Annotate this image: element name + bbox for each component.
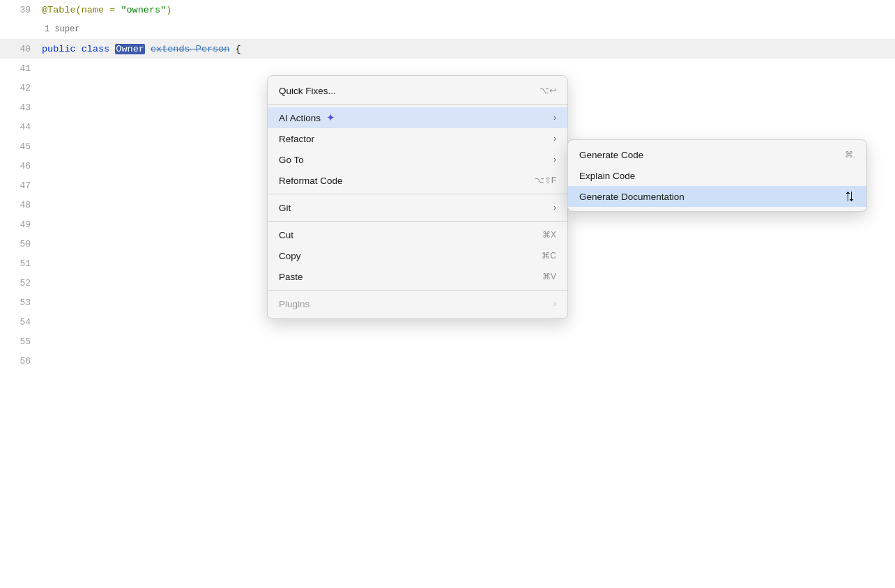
line-content-40: public class Owner extends Person { — [42, 44, 241, 54]
menu-item-git[interactable]: Git › — [268, 197, 567, 218]
line-content-39: @Table(name = "owners") — [42, 5, 171, 15]
menu-item-quick-fixes[interactable]: Quick Fixes... ⌥↩ — [268, 80, 567, 101]
menu-item-refactor[interactable]: Refactor › — [268, 128, 567, 149]
copy-shortcut: ⌘C — [542, 251, 556, 261]
menu-item-ai-actions[interactable]: AI Actions ✦ › — [268, 107, 567, 128]
paste-shortcut: ⌘V — [542, 272, 556, 281]
line-super: 1 super — [0, 20, 895, 39]
ai-sparkle-icon: ✦ — [326, 111, 335, 124]
separator-1 — [268, 104, 567, 105]
menu-item-generate-documentation[interactable]: Generate Documentation ⮁ — [568, 186, 866, 207]
plugins-label: Plugins — [279, 299, 309, 309]
generate-code-shortcut: ⌘. — [845, 150, 855, 160]
line-content-super: 1 super — [45, 24, 79, 34]
quick-fixes-shortcut: ⌥↩ — [540, 86, 556, 95]
line-number-40: 40 — [0, 44, 42, 54]
paste-label: Paste — [279, 272, 303, 282]
menu-item-cut[interactable]: Cut ⌘X — [268, 224, 567, 245]
separator-2 — [268, 194, 567, 194]
separator-3 — [268, 221, 567, 222]
git-arrow: › — [553, 203, 556, 212]
menu-item-reformat-code[interactable]: Reformat Code ⌥⇧F — [268, 170, 567, 191]
plugins-arrow: › — [553, 299, 556, 309]
menu-item-paste[interactable]: Paste ⌘V — [268, 266, 567, 287]
go-to-arrow: › — [553, 155, 556, 164]
line-56: 56 — [0, 351, 895, 371]
copy-label: Copy — [279, 251, 301, 261]
reformat-code-shortcut: ⌥⇧F — [535, 176, 556, 185]
quick-fixes-label: Quick Fixes... — [279, 86, 336, 96]
line-number-39: 39 — [0, 5, 42, 15]
reformat-code-label: Reformat Code — [279, 176, 343, 186]
refactor-label: Refactor — [279, 134, 314, 144]
menu-item-plugins[interactable]: Plugins › — [268, 293, 567, 314]
line-39: 39 @Table(name = "owners") — [0, 0, 895, 20]
generate-code-label: Generate Code — [579, 150, 643, 160]
menu-item-copy[interactable]: Copy ⌘C — [268, 245, 567, 266]
cut-shortcut: ⌘X — [542, 230, 556, 240]
menu-item-explain-code[interactable]: Explain Code — [568, 165, 866, 186]
ai-actions-label: AI Actions — [279, 113, 321, 123]
explain-code-label: Explain Code — [579, 171, 635, 181]
line-55: 55 — [0, 332, 895, 351]
go-to-label: Go To — [279, 155, 304, 165]
separator-4 — [268, 290, 567, 291]
ai-actions-arrow: › — [553, 113, 556, 123]
line-40: 40 public class Owner extends Person { — [0, 39, 895, 59]
generate-documentation-label: Generate Documentation — [579, 192, 684, 202]
git-label: Git — [279, 203, 291, 213]
menu-item-generate-code[interactable]: Generate Code ⌘. — [568, 144, 866, 165]
cursor-indicator: ⮁ — [844, 190, 855, 203]
primary-context-menu: Quick Fixes... ⌥↩ AI Actions ✦ › Refacto… — [267, 75, 568, 319]
secondary-context-menu: Generate Code ⌘. Explain Code Generate D… — [567, 139, 867, 212]
cut-label: Cut — [279, 230, 293, 240]
refactor-arrow: › — [553, 134, 556, 144]
menu-item-go-to[interactable]: Go To › — [268, 149, 567, 170]
